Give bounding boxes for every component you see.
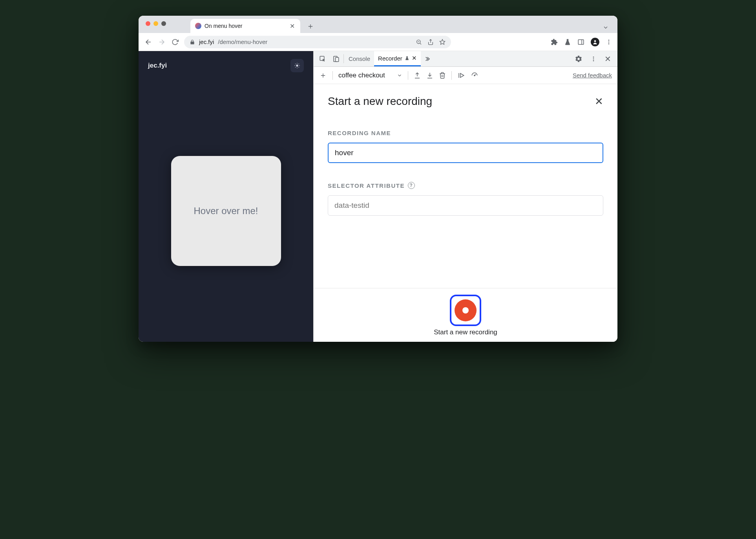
import-icon[interactable] [426, 72, 433, 79]
svg-point-27 [593, 60, 594, 61]
forward-button[interactable] [157, 38, 166, 46]
record-icon [455, 299, 477, 321]
svg-marker-6 [440, 39, 445, 44]
devtools-panel: Console Recorder ✕ ✕ ＋ [313, 51, 617, 342]
close-window-button[interactable] [146, 21, 150, 26]
recorder-toolbar: ＋ coffee checkout Send feedback [314, 67, 617, 84]
tabs-overflow-button[interactable] [603, 24, 609, 31]
recorder-footer: Start a new recording [314, 288, 617, 342]
svg-rect-24 [336, 57, 339, 62]
recording-name-input[interactable] [328, 143, 603, 163]
svg-line-20 [295, 67, 296, 68]
svg-point-25 [593, 57, 594, 58]
page-viewport: jec.fyi Hover over me! [139, 51, 313, 342]
replay-icon[interactable] [457, 72, 465, 79]
svg-point-31 [474, 75, 475, 75]
more-tabs-icon[interactable] [421, 51, 433, 66]
browser-window: On menu hover ✕ ＋ jec.fyi/demo/menu-hove… [139, 16, 617, 342]
svg-point-13 [296, 64, 298, 66]
performance-icon[interactable] [471, 72, 478, 79]
svg-point-12 [608, 43, 610, 44]
help-icon[interactable]: ? [408, 182, 415, 189]
close-tab-recorder[interactable]: ✕ [412, 55, 417, 62]
svg-line-3 [420, 43, 421, 44]
start-recording-label: Start a new recording [434, 328, 497, 336]
svg-line-21 [299, 64, 299, 64]
settings-icon[interactable] [572, 55, 585, 63]
svg-point-10 [608, 40, 610, 41]
labs-icon[interactable] [564, 38, 571, 46]
recording-name-label: RECORDING NAME [328, 130, 603, 136]
selector-attribute-input[interactable] [328, 195, 603, 216]
hover-card[interactable]: Hover over me! [171, 156, 281, 266]
zoom-out-icon[interactable] [416, 39, 422, 45]
window-controls [146, 21, 166, 26]
browser-menu-icon[interactable] [606, 39, 612, 45]
theme-toggle-button[interactable] [290, 59, 304, 72]
panel-title: Start a new recording [328, 95, 432, 108]
export-icon[interactable] [414, 72, 421, 79]
chevron-down-icon [397, 73, 402, 78]
omnibox[interactable]: jec.fyi/demo/menu-hover [184, 36, 451, 48]
svg-rect-7 [578, 40, 584, 44]
devtools-tab-bar: Console Recorder ✕ ✕ [314, 51, 617, 67]
back-button[interactable] [144, 38, 153, 46]
tab-strip: On menu hover ✕ ＋ [139, 16, 617, 33]
svg-point-9 [594, 40, 596, 42]
lock-icon [190, 39, 195, 45]
maximize-window-button[interactable] [161, 21, 166, 26]
svg-point-26 [593, 58, 594, 59]
browser-tab[interactable]: On menu hover ✕ [190, 19, 300, 33]
extensions-icon[interactable] [551, 38, 558, 46]
svg-marker-29 [460, 73, 464, 77]
profile-avatar[interactable] [591, 38, 599, 46]
svg-line-16 [295, 64, 296, 64]
recording-select[interactable]: coffee checkout [338, 72, 402, 79]
minimize-window-button[interactable] [153, 21, 158, 26]
url-host: jec.fyi [199, 38, 214, 45]
site-title: jec.fyi [148, 62, 167, 70]
send-feedback-link[interactable]: Send feedback [573, 72, 612, 79]
reload-button[interactable] [171, 38, 179, 46]
devtools-menu-icon[interactable] [588, 56, 599, 62]
flask-icon [405, 56, 409, 60]
close-devtools-icon[interactable]: ✕ [602, 54, 614, 64]
hover-card-text: Hover over me! [194, 205, 258, 216]
delete-icon[interactable] [439, 72, 446, 79]
svg-line-17 [299, 67, 299, 68]
recorder-body: Start a new recording ✕ RECORDING NAME S… [314, 84, 617, 288]
start-recording-button[interactable] [450, 295, 481, 326]
favicon-icon [195, 23, 201, 29]
new-recording-icon[interactable]: ＋ [319, 70, 327, 81]
selector-attribute-label: SELECTOR ATTRIBUTE ? [328, 182, 603, 189]
close-tab-button[interactable]: ✕ [290, 22, 295, 30]
svg-point-11 [608, 41, 610, 42]
address-bar-row: jec.fyi/demo/menu-hover [139, 33, 617, 51]
url-path: /demo/menu-hover [218, 38, 267, 45]
share-icon[interactable] [427, 39, 434, 45]
panel-icon[interactable] [577, 38, 584, 46]
inspect-element-icon[interactable] [316, 51, 329, 66]
new-tab-button[interactable]: ＋ [305, 20, 316, 31]
close-panel-icon[interactable]: ✕ [595, 95, 603, 108]
tab-console[interactable]: Console [345, 51, 374, 66]
tab-recorder[interactable]: Recorder ✕ [374, 51, 421, 66]
device-toolbar-icon[interactable] [329, 51, 343, 66]
bookmark-icon[interactable] [439, 39, 446, 45]
tab-title: On menu hover [205, 23, 243, 29]
